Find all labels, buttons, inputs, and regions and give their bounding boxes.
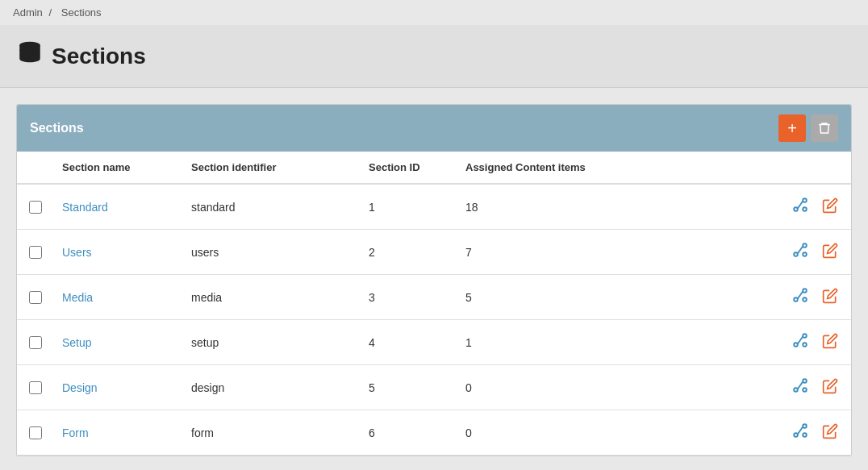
row-assigned-3: 5 (457, 275, 619, 320)
svg-line-14 (798, 291, 803, 298)
svg-point-17 (803, 334, 807, 338)
page-title: Sections (52, 44, 146, 69)
card-header-actions: + (778, 114, 838, 142)
svg-point-11 (794, 297, 798, 302)
row-checkbox-6[interactable] (29, 426, 42, 439)
row-name-3: Media (54, 275, 183, 320)
table-row: Design design 5 0 (17, 365, 851, 410)
row-identifier-1: standard (183, 184, 361, 230)
row-assigned-1: 18 (457, 184, 619, 230)
assign-icon (791, 286, 809, 304)
table-header-row: Section name Section identifier Section … (17, 152, 851, 184)
breadcrumb-separator: / (48, 6, 52, 19)
edit-icon (822, 198, 838, 214)
svg-point-18 (803, 343, 807, 347)
row-checkbox-5[interactable] (29, 381, 42, 394)
svg-point-8 (803, 252, 807, 256)
row-checkbox-2[interactable] (29, 246, 42, 259)
table-row: Form form 6 0 (17, 410, 851, 455)
edit-icon (822, 423, 838, 439)
row-checkbox-3[interactable] (29, 291, 42, 304)
edit-icon (822, 333, 838, 349)
svg-point-7 (803, 243, 807, 247)
section-link-1[interactable]: Standard (62, 201, 108, 214)
col-header-id: Section ID (361, 152, 457, 184)
row-assigned-5: 0 (457, 365, 619, 410)
section-link-6[interactable]: Form (62, 426, 89, 439)
row-section-id-5: 5 (361, 365, 457, 410)
svg-point-12 (803, 289, 807, 293)
row-checkbox-cell (17, 365, 54, 410)
row-actions-4 (619, 320, 851, 365)
assign-button-6[interactable] (787, 418, 814, 447)
edit-button-1[interactable] (817, 194, 843, 221)
row-actions-6 (619, 410, 851, 455)
row-checkbox-1[interactable] (29, 201, 42, 214)
row-name-4: Setup (54, 320, 183, 365)
assign-icon (791, 376, 809, 394)
add-section-button[interactable]: + (778, 114, 806, 142)
svg-point-26 (794, 433, 798, 437)
row-checkbox-cell (17, 275, 54, 320)
edit-button-3[interactable] (817, 285, 843, 311)
row-identifier-5: design (183, 365, 361, 410)
breadcrumb-admin[interactable]: Admin (13, 6, 43, 19)
section-link-2[interactable]: Users (62, 246, 92, 259)
svg-line-9 (798, 246, 803, 253)
svg-point-13 (803, 297, 807, 302)
row-name-5: Design (54, 365, 183, 410)
page-header: Sections (0, 25, 868, 88)
edit-button-2[interactable] (817, 239, 843, 266)
svg-point-27 (803, 424, 807, 428)
assign-icon (791, 422, 809, 439)
table-row: Media media 3 5 (17, 275, 851, 320)
edit-icon (822, 243, 838, 259)
table-row: Standard standard 1 18 (17, 184, 851, 230)
row-checkbox-cell (17, 320, 54, 365)
svg-line-4 (798, 201, 803, 208)
assign-button-4[interactable] (787, 328, 814, 356)
row-identifier-3: media (183, 275, 361, 320)
assign-button-5[interactable] (787, 373, 814, 401)
edit-button-4[interactable] (817, 330, 843, 356)
sections-table: Section name Section identifier Section … (17, 152, 851, 455)
row-name-2: Users (54, 230, 183, 275)
section-link-3[interactable]: Media (62, 291, 93, 304)
col-header-name: Section name (54, 152, 183, 184)
row-assigned-2: 7 (457, 230, 619, 275)
breadcrumb-current: Sections (61, 6, 102, 19)
svg-point-16 (794, 343, 798, 347)
col-header-identifier: Section identifier (183, 152, 361, 184)
svg-point-23 (803, 388, 807, 392)
section-link-4[interactable]: Setup (62, 336, 92, 349)
edit-button-5[interactable] (817, 375, 843, 401)
delete-selected-button[interactable] (811, 114, 838, 142)
assign-button-3[interactable] (787, 283, 814, 311)
table-row: Users users 2 7 (17, 230, 851, 275)
sections-card: Sections + Section name Section identifi… (16, 104, 852, 456)
assign-button-1[interactable] (787, 193, 814, 221)
row-checkbox-4[interactable] (29, 336, 42, 349)
svg-point-6 (794, 252, 798, 256)
row-assigned-4: 1 (457, 320, 619, 365)
table-row: Setup setup 4 1 (17, 320, 851, 365)
assign-icon (791, 331, 809, 349)
edit-icon (822, 378, 838, 394)
svg-point-2 (803, 198, 807, 202)
row-assigned-6: 0 (457, 410, 619, 455)
row-actions-5 (619, 365, 851, 410)
assign-button-2[interactable] (787, 238, 814, 266)
row-name-1: Standard (54, 184, 183, 230)
row-section-id-3: 3 (361, 275, 457, 320)
card-header: Sections + (17, 105, 851, 152)
trash-icon (817, 121, 832, 135)
row-identifier-4: setup (183, 320, 361, 365)
svg-point-3 (803, 207, 807, 211)
edit-button-6[interactable] (817, 420, 843, 447)
row-actions-2 (619, 230, 851, 275)
svg-line-29 (798, 426, 803, 434)
card-title: Sections (30, 121, 84, 135)
row-section-id-2: 2 (361, 230, 457, 275)
section-link-5[interactable]: Design (62, 381, 98, 394)
row-name-6: Form (54, 410, 183, 455)
